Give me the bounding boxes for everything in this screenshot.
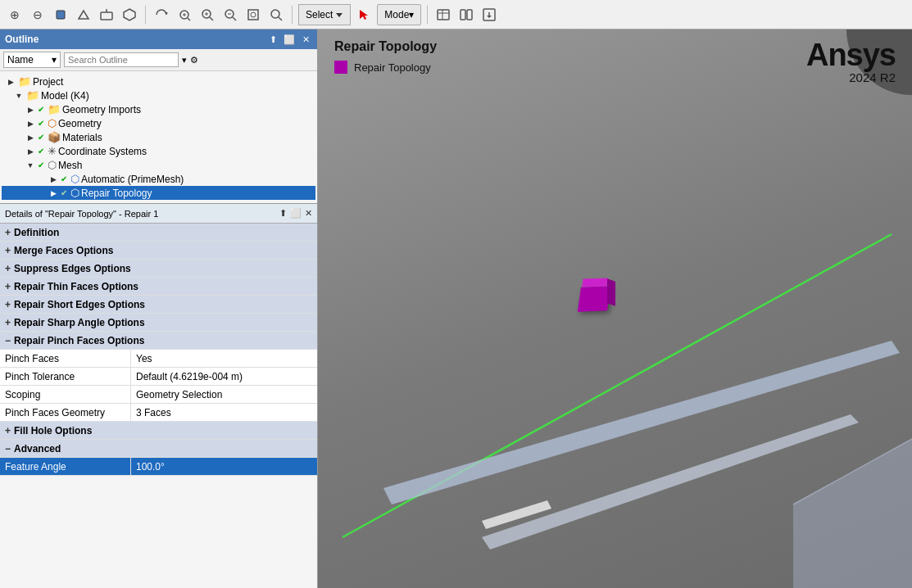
pinch-tolerance-value[interactable]: Default (4.6219e-004 m) (131, 368, 317, 385)
tree-item-model[interactable]: ▼ 📁 Model (K4) (2, 88, 315, 102)
zoom-fit-icon[interactable]: ⊕ (5, 5, 25, 25)
cursor-icon[interactable] (354, 5, 374, 25)
zoom-out-icon[interactable]: ⊖ (28, 5, 48, 25)
rotate-icon[interactable] (152, 5, 171, 25)
materials-expander[interactable]: ▶ (25, 132, 36, 143)
svg-rect-28 (467, 10, 472, 20)
view-top-icon[interactable] (97, 5, 116, 25)
model-expander[interactable]: ▼ (13, 90, 25, 102)
tree-item-coordinate-systems[interactable]: ▶ ✔ ✳ Coordinate Systems (2, 144, 315, 158)
geom-imports-check: ✔ (38, 105, 44, 114)
section-suppress-edges[interactable]: + Suppress Edges Options (0, 260, 317, 278)
section-advanced[interactable]: − Advanced (0, 440, 317, 458)
viewport[interactable]: Repair Topology Repair Topology Ansys 20… (318, 29, 912, 588)
fill-expander: + (5, 425, 11, 436)
geom-imports-expander[interactable]: ▶ (25, 104, 36, 115)
zoom-out2-icon[interactable] (220, 5, 240, 25)
select-button[interactable]: Select (298, 4, 351, 25)
feature-angle-key: Feature Angle (0, 458, 131, 475)
section-fill-hole[interactable]: + Fill Hole Options (0, 422, 317, 440)
view-iso-icon[interactable] (51, 5, 70, 25)
prime-icon: ⬡ (70, 173, 79, 185)
repair-thin-label: Repair Thin Faces Options (14, 281, 138, 292)
outline-filter-dropdown[interactable]: Name ▾ (3, 52, 61, 68)
details-panel: Details of "Repair Topology" - Repair 1 … (0, 204, 317, 588)
geom-imports-label: Geometry Imports (62, 104, 141, 115)
tree-item-geometry[interactable]: ▶ ✔ ⬡ Geometry (2, 116, 315, 130)
scoping-value[interactable]: Geometry Selection (131, 386, 317, 403)
scoping-key-label: Scoping (5, 389, 40, 400)
svg-marker-5 (124, 9, 135, 20)
outline-dropdown-arrow[interactable]: ▾ (182, 55, 187, 66)
row-feature-angle: Feature Angle 100.0° (0, 458, 317, 476)
section-definition[interactable]: + Definition (0, 224, 317, 242)
repair-icon: ⬡ (70, 187, 79, 199)
svg-line-21 (279, 17, 282, 20)
mesh-expander[interactable]: ▼ (25, 160, 36, 171)
svg-line-16 (233, 17, 236, 20)
outline-close-icon[interactable]: ✕ (299, 34, 312, 45)
zoom-box-icon[interactable] (175, 5, 194, 25)
tree-item-project[interactable]: ▶ 📁 Project (2, 75, 315, 88)
tree-item-primemesh[interactable]: ▶ ✔ ⬡ Automatic (PrimeMesh) (2, 172, 315, 186)
section-repair-sharp[interactable]: + Repair Sharp Angle Options (0, 314, 317, 332)
materials-label: Materials (62, 132, 102, 143)
layout-icon[interactable] (456, 5, 476, 25)
repair-label: Repair Topology (81, 188, 152, 199)
geometry-expander[interactable]: ▶ (25, 118, 36, 129)
details-header-icons: ⬆ ⬜ ✕ (279, 208, 312, 219)
view-persp-icon[interactable] (74, 5, 93, 25)
outline-title: Outline (5, 34, 39, 45)
feature-angle-key-label: Feature Angle (5, 461, 66, 473)
section-repair-short[interactable]: + Repair Short Edges Options (0, 296, 317, 314)
section-pinch-faces[interactable]: − Repair Pinch Faces Options (0, 332, 317, 350)
outline-search-input[interactable] (64, 52, 179, 67)
pfg-key-label: Pinch Faces Geometry (5, 407, 105, 418)
svg-point-19 (251, 12, 256, 17)
export-icon[interactable] (479, 5, 499, 25)
mode-button[interactable]: Mode▾ (377, 4, 421, 25)
repair-expander[interactable]: ▶ (48, 188, 59, 199)
tree-container: ▶ 📁 Project ▼ 📁 Model (K4) ▶ ✔ 📁 (0, 71, 317, 203)
outline-settings-icon[interactable]: ⚙ (190, 55, 198, 66)
pfg-key: Pinch Faces Geometry (0, 404, 131, 421)
purple-box-right (607, 278, 615, 306)
details-close-icon[interactable]: ✕ (305, 208, 312, 219)
svg-marker-23 (360, 10, 368, 20)
scoping-val: Geometry Selection (136, 389, 222, 400)
tree-item-materials[interactable]: ▶ ✔ 📦 Materials (2, 130, 315, 144)
zoom-in-icon[interactable] (197, 5, 217, 25)
coord-label: Coordinate Systems (58, 146, 147, 157)
svg-marker-6 (165, 12, 168, 15)
details-table: + Definition + Merge Faces Options + Sup (0, 224, 317, 588)
coord-expander[interactable]: ▶ (25, 146, 36, 157)
details-max-icon[interactable]: ⬜ (290, 208, 302, 219)
project-label: Project (33, 76, 63, 88)
section-merge-faces[interactable]: + Merge Faces Options (0, 242, 317, 260)
project-expander[interactable]: ▶ (5, 76, 16, 88)
outline-header: Outline ⬆ ⬜ ✕ (0, 29, 317, 49)
repair-check: ✔ (61, 188, 67, 197)
geometry-check: ✔ (38, 119, 44, 128)
prime-label: Automatic (PrimeMesh) (81, 174, 184, 185)
tree-item-repair-topology[interactable]: ▶ ✔ ⬡ Repair Topology (2, 186, 315, 200)
svg-marker-2 (79, 11, 88, 19)
tree-item-mesh[interactable]: ▼ ✔ ⬡ Mesh (2, 158, 315, 172)
view-3d-icon[interactable] (120, 5, 139, 25)
zoom-region-icon[interactable] (266, 5, 286, 25)
zoom-fit2-icon[interactable] (243, 5, 263, 25)
section-repair-thin[interactable]: + Repair Thin Faces Options (0, 278, 317, 296)
pinch-faces-val: Yes (136, 353, 152, 364)
svg-rect-24 (438, 10, 449, 20)
geom-imports-icon: 📁 (48, 103, 61, 115)
suppress-expander: + (5, 263, 11, 274)
prime-expander[interactable]: ▶ (48, 174, 59, 185)
view-options-icon[interactable] (433, 5, 453, 25)
tree-item-geometry-imports[interactable]: ▶ ✔ 📁 Geometry Imports (2, 102, 315, 116)
outline-max-icon[interactable]: ⬜ (283, 34, 296, 45)
pfg-value[interactable]: 3 Faces (131, 404, 317, 421)
feature-angle-value[interactable]: 100.0° (131, 458, 317, 475)
pinch-faces-value[interactable]: Yes (131, 350, 317, 367)
details-pin-icon[interactable]: ⬆ (279, 208, 287, 219)
outline-pin-icon[interactable]: ⬆ (266, 34, 279, 45)
